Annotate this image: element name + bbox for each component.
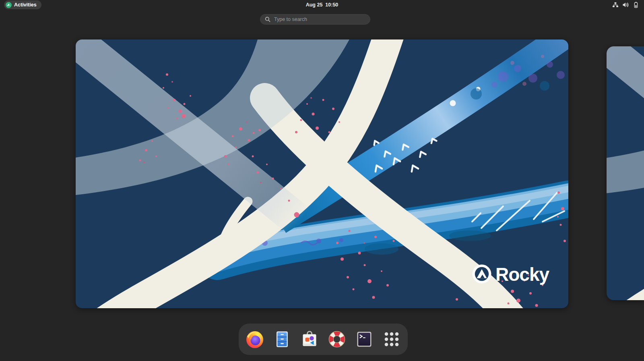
search-input[interactable]: [260, 14, 370, 25]
dock-item-firefox[interactable]: [245, 330, 264, 349]
terminal-icon: [355, 330, 374, 349]
help-lifebuoy-icon: [327, 330, 347, 349]
dock-item-software[interactable]: [300, 330, 319, 349]
workspace-thumbnail-current[interactable]: [76, 39, 568, 308]
dock-item-app-grid[interactable]: [382, 330, 401, 349]
dock-item-files[interactable]: [272, 330, 292, 349]
dash: [239, 324, 408, 355]
wallpaper-art: [607, 46, 644, 300]
app-grid-icon: [382, 330, 401, 349]
network-wired-icon: [612, 2, 619, 8]
firefox-icon: [245, 330, 264, 349]
status-area[interactable]: [612, 0, 639, 10]
software-icon: [300, 330, 319, 349]
top-bar: Activities Aug 25 10:50: [0, 0, 644, 10]
volume-output-icon: [622, 2, 629, 8]
battery-icon: [633, 2, 639, 8]
clock[interactable]: Aug 25 10:50: [0, 0, 644, 10]
dock-item-help[interactable]: [327, 330, 347, 349]
files-icon: [272, 330, 292, 349]
workspace-thumbnail-next[interactable]: [607, 46, 644, 300]
dock-item-terminal[interactable]: [355, 330, 374, 349]
search-bar: [260, 14, 370, 25]
wallpaper-art: [76, 39, 568, 308]
